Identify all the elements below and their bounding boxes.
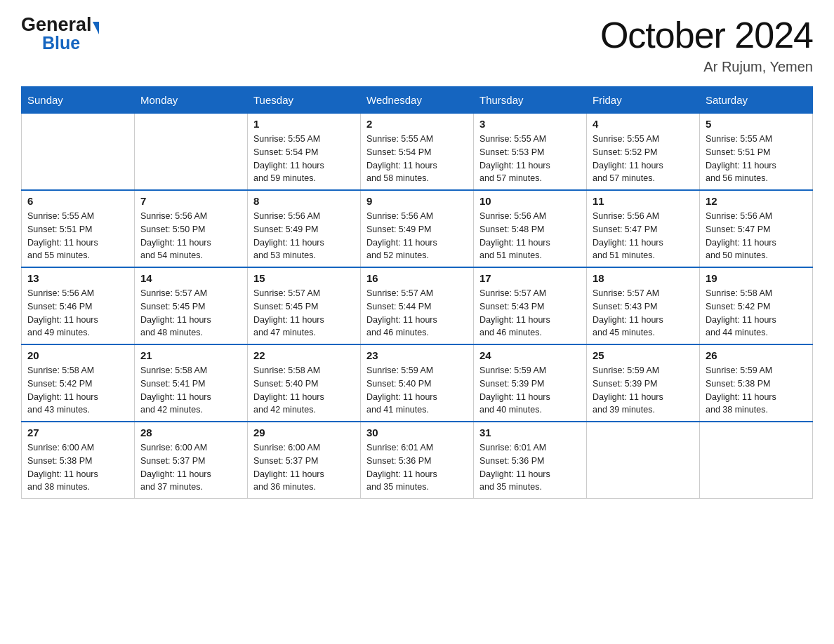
calendar-cell: 25Sunrise: 5:59 AMSunset: 5:39 PMDayligh… bbox=[587, 344, 700, 422]
day-number: 30 bbox=[366, 427, 468, 438]
calendar-cell: 29Sunrise: 6:00 AMSunset: 5:37 PMDayligh… bbox=[248, 422, 361, 499]
day-number: 28 bbox=[140, 427, 241, 438]
day-of-week-header: Wednesday bbox=[361, 87, 474, 114]
day-number: 16 bbox=[366, 272, 468, 284]
day-number: 9 bbox=[366, 195, 468, 207]
calendar-cell: 24Sunrise: 5:59 AMSunset: 5:39 PMDayligh… bbox=[474, 344, 587, 422]
logo-blue-text: Blue bbox=[42, 33, 80, 53]
calendar-week-row: 6Sunrise: 5:55 AMSunset: 5:51 PMDaylight… bbox=[22, 190, 813, 267]
day-of-week-header: Thursday bbox=[474, 87, 587, 114]
day-number: 4 bbox=[593, 118, 694, 130]
day-info-text: Sunrise: 5:55 AMSunset: 5:51 PMDaylight:… bbox=[706, 133, 807, 185]
day-info-text: Sunrise: 5:56 AMSunset: 5:49 PMDaylight:… bbox=[253, 210, 355, 262]
day-info-text: Sunrise: 5:55 AMSunset: 5:54 PMDaylight:… bbox=[253, 133, 355, 185]
logo: General Blue bbox=[21, 14, 99, 53]
day-info-text: Sunrise: 5:58 AMSunset: 5:41 PMDaylight:… bbox=[140, 364, 241, 417]
day-number: 8 bbox=[253, 195, 355, 207]
calendar-cell: 5Sunrise: 5:55 AMSunset: 5:51 PMDaylight… bbox=[700, 114, 813, 191]
logo-arrow-icon bbox=[93, 22, 99, 34]
day-info-text: Sunrise: 6:01 AMSunset: 5:36 PMDaylight:… bbox=[479, 441, 581, 494]
calendar-cell: 30Sunrise: 6:01 AMSunset: 5:36 PMDayligh… bbox=[361, 422, 474, 499]
day-info-text: Sunrise: 6:01 AMSunset: 5:36 PMDaylight:… bbox=[366, 441, 468, 494]
day-number: 20 bbox=[27, 349, 128, 361]
calendar-cell: 18Sunrise: 5:57 AMSunset: 5:43 PMDayligh… bbox=[587, 267, 700, 344]
day-number: 7 bbox=[140, 195, 241, 207]
day-of-week-header: Sunday bbox=[22, 87, 135, 114]
day-number: 22 bbox=[253, 349, 355, 361]
title-area: October 2024 Ar Rujum, Yemen bbox=[600, 14, 813, 75]
calendar-cell: 7Sunrise: 5:56 AMSunset: 5:50 PMDaylight… bbox=[135, 190, 248, 267]
day-info-text: Sunrise: 5:58 AMSunset: 5:40 PMDaylight:… bbox=[253, 364, 355, 417]
day-number: 14 bbox=[140, 272, 241, 284]
day-number: 23 bbox=[366, 349, 468, 361]
day-info-text: Sunrise: 5:55 AMSunset: 5:51 PMDaylight:… bbox=[27, 210, 128, 262]
month-title: October 2024 bbox=[600, 14, 813, 56]
day-number: 31 bbox=[479, 427, 581, 438]
day-info-text: Sunrise: 5:56 AMSunset: 5:49 PMDaylight:… bbox=[366, 210, 468, 262]
day-info-text: Sunrise: 5:57 AMSunset: 5:43 PMDaylight:… bbox=[593, 287, 694, 340]
day-number: 2 bbox=[366, 118, 468, 130]
day-number: 11 bbox=[593, 195, 694, 207]
day-info-text: Sunrise: 5:56 AMSunset: 5:48 PMDaylight:… bbox=[479, 210, 581, 262]
calendar-cell: 27Sunrise: 6:00 AMSunset: 5:38 PMDayligh… bbox=[22, 422, 135, 499]
calendar-cell: 31Sunrise: 6:01 AMSunset: 5:36 PMDayligh… bbox=[474, 422, 587, 499]
calendar-cell: 1Sunrise: 5:55 AMSunset: 5:54 PMDaylight… bbox=[248, 114, 361, 191]
day-info-text: Sunrise: 5:57 AMSunset: 5:45 PMDaylight:… bbox=[253, 287, 355, 340]
day-number: 6 bbox=[27, 195, 128, 207]
day-info-text: Sunrise: 5:59 AMSunset: 5:39 PMDaylight:… bbox=[479, 364, 581, 417]
calendar-cell: 16Sunrise: 5:57 AMSunset: 5:44 PMDayligh… bbox=[361, 267, 474, 344]
day-info-text: Sunrise: 5:55 AMSunset: 5:53 PMDaylight:… bbox=[479, 133, 581, 185]
day-info-text: Sunrise: 5:59 AMSunset: 5:40 PMDaylight:… bbox=[366, 364, 468, 417]
day-number: 19 bbox=[706, 272, 807, 284]
day-number: 25 bbox=[593, 349, 694, 361]
calendar-cell: 28Sunrise: 6:00 AMSunset: 5:37 PMDayligh… bbox=[135, 422, 248, 499]
calendar-cell: 20Sunrise: 5:58 AMSunset: 5:42 PMDayligh… bbox=[22, 344, 135, 422]
day-number: 29 bbox=[253, 427, 355, 438]
calendar-cell: 12Sunrise: 5:56 AMSunset: 5:47 PMDayligh… bbox=[700, 190, 813, 267]
day-of-week-header: Friday bbox=[587, 87, 700, 114]
day-number: 3 bbox=[479, 118, 581, 130]
day-info-text: Sunrise: 6:00 AMSunset: 5:37 PMDaylight:… bbox=[140, 441, 241, 494]
day-info-text: Sunrise: 5:55 AMSunset: 5:54 PMDaylight:… bbox=[366, 133, 468, 185]
calendar-week-row: 13Sunrise: 5:56 AMSunset: 5:46 PMDayligh… bbox=[22, 267, 813, 344]
day-info-text: Sunrise: 5:58 AMSunset: 5:42 PMDaylight:… bbox=[27, 364, 128, 417]
calendar-cell: 21Sunrise: 5:58 AMSunset: 5:41 PMDayligh… bbox=[135, 344, 248, 422]
day-of-week-header: Tuesday bbox=[248, 87, 361, 114]
day-info-text: Sunrise: 6:00 AMSunset: 5:38 PMDaylight:… bbox=[27, 441, 128, 494]
day-of-week-header: Monday bbox=[135, 87, 248, 114]
day-info-text: Sunrise: 5:57 AMSunset: 5:45 PMDaylight:… bbox=[140, 287, 241, 340]
day-number: 13 bbox=[27, 272, 128, 284]
calendar-cell bbox=[22, 114, 135, 191]
calendar-header-row: SundayMondayTuesdayWednesdayThursdayFrid… bbox=[22, 87, 813, 114]
calendar-cell: 10Sunrise: 5:56 AMSunset: 5:48 PMDayligh… bbox=[474, 190, 587, 267]
calendar-table: SundayMondayTuesdayWednesdayThursdayFrid… bbox=[21, 86, 813, 499]
day-of-week-header: Saturday bbox=[700, 87, 813, 114]
day-number: 15 bbox=[253, 272, 355, 284]
day-info-text: Sunrise: 5:57 AMSunset: 5:44 PMDaylight:… bbox=[366, 287, 468, 340]
day-number: 27 bbox=[27, 427, 128, 438]
day-number: 18 bbox=[593, 272, 694, 284]
day-number: 5 bbox=[706, 118, 807, 130]
calendar-cell: 22Sunrise: 5:58 AMSunset: 5:40 PMDayligh… bbox=[248, 344, 361, 422]
calendar-cell: 26Sunrise: 5:59 AMSunset: 5:38 PMDayligh… bbox=[700, 344, 813, 422]
calendar-cell: 2Sunrise: 5:55 AMSunset: 5:54 PMDaylight… bbox=[361, 114, 474, 191]
calendar-cell bbox=[587, 422, 700, 499]
day-number: 24 bbox=[479, 349, 581, 361]
calendar-cell: 13Sunrise: 5:56 AMSunset: 5:46 PMDayligh… bbox=[22, 267, 135, 344]
calendar-week-row: 27Sunrise: 6:00 AMSunset: 5:38 PMDayligh… bbox=[22, 422, 813, 499]
calendar-cell bbox=[135, 114, 248, 191]
calendar-cell: 11Sunrise: 5:56 AMSunset: 5:47 PMDayligh… bbox=[587, 190, 700, 267]
day-info-text: Sunrise: 6:00 AMSunset: 5:37 PMDaylight:… bbox=[253, 441, 355, 494]
calendar-cell: 3Sunrise: 5:55 AMSunset: 5:53 PMDaylight… bbox=[474, 114, 587, 191]
day-info-text: Sunrise: 5:55 AMSunset: 5:52 PMDaylight:… bbox=[593, 133, 694, 185]
day-info-text: Sunrise: 5:56 AMSunset: 5:46 PMDaylight:… bbox=[27, 287, 128, 340]
calendar-cell bbox=[700, 422, 813, 499]
day-info-text: Sunrise: 5:57 AMSunset: 5:43 PMDaylight:… bbox=[479, 287, 581, 340]
page-header: General Blue October 2024 Ar Rujum, Yeme… bbox=[21, 14, 813, 75]
calendar-cell: 9Sunrise: 5:56 AMSunset: 5:49 PMDaylight… bbox=[361, 190, 474, 267]
location-label: Ar Rujum, Yemen bbox=[600, 59, 813, 75]
day-info-text: Sunrise: 5:58 AMSunset: 5:42 PMDaylight:… bbox=[706, 287, 807, 340]
calendar-cell: 15Sunrise: 5:57 AMSunset: 5:45 PMDayligh… bbox=[248, 267, 361, 344]
calendar-cell: 17Sunrise: 5:57 AMSunset: 5:43 PMDayligh… bbox=[474, 267, 587, 344]
day-number: 12 bbox=[706, 195, 807, 207]
